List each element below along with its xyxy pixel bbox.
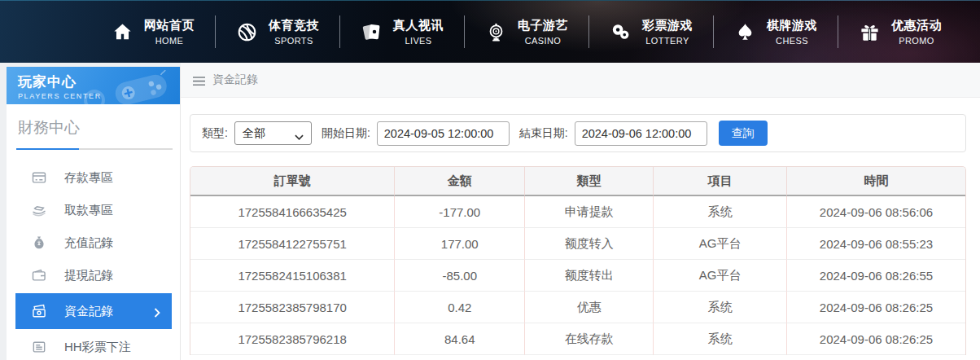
- cell-amount: -177.00: [395, 196, 525, 228]
- nav-title: 彩票游戏: [642, 18, 693, 33]
- nav-item-home[interactable]: 网站首页HOME: [91, 18, 215, 46]
- nav-title: 网站首页: [144, 18, 195, 33]
- lottery-balls-icon: [610, 21, 632, 43]
- cell-order-no: 1725584166635425: [190, 196, 395, 228]
- nav-title: 电子游艺: [518, 18, 568, 33]
- type-select-value: 全部: [243, 126, 265, 141]
- table-row: 1725584166635425 -177.00 申请提款 系统 2024-09…: [190, 196, 965, 228]
- cell-item: 系统: [654, 196, 787, 228]
- cell-item: 系统: [654, 292, 787, 323]
- cell-item: AG平台: [654, 228, 787, 260]
- end-date-input[interactable]: [575, 121, 707, 146]
- cell-type: 额度转出: [525, 260, 654, 292]
- cell-order-no: 1725582415106381: [190, 260, 395, 292]
- nav-subtitle: PROMO: [899, 36, 934, 46]
- cell-time: 2024-09-06 08:26:55: [787, 260, 965, 292]
- nav-item-lives[interactable]: 真人视讯LIVES: [340, 18, 464, 46]
- col-header-type: 類型: [525, 167, 654, 196]
- cell-amount: 84.64: [395, 323, 525, 355]
- cell-item: 系统: [654, 323, 787, 355]
- nav-item-promo[interactable]: 优惠活动PROMO: [838, 18, 962, 46]
- wallet-icon: [31, 267, 47, 283]
- sidebar-item-label: 充值記錄: [64, 235, 113, 251]
- banknotes-icon: [31, 303, 47, 319]
- ticket-list-icon: [31, 339, 47, 355]
- sidebar-item-label: 資金記錄: [64, 304, 113, 319]
- sidebar-item-label: HH彩票下注: [64, 340, 131, 355]
- cell-order-no: 1725584122755751: [190, 228, 395, 260]
- search-button[interactable]: 查詢: [719, 121, 768, 146]
- filter-panel: 類型: 全部 開始日期: 結束日期: 查詢: [190, 114, 966, 152]
- table-row: 1725582385798170 0.42 优惠 系统 2024-09-06 0…: [190, 292, 965, 323]
- gift-icon: [859, 21, 881, 43]
- funds-table: 訂單號 金額 類型 項目 時間 1725584166635425 -177.00…: [190, 166, 966, 355]
- type-label: 類型:: [202, 126, 228, 141]
- playing-cards-icon: [361, 21, 383, 43]
- nav-item-casino[interactable]: 电子游艺CASINO: [465, 18, 588, 46]
- cell-order-no: 1725582385796218: [190, 323, 395, 355]
- cell-amount: 0.42: [395, 292, 525, 323]
- withdraw-hand-icon: [31, 202, 47, 218]
- nav-item-chess[interactable]: 棋牌游戏CHESS: [714, 18, 838, 46]
- sidebar-item-label: 提現記錄: [64, 268, 113, 283]
- table-header-row: 訂單號 金額 類型 項目 時間: [190, 167, 965, 196]
- top-navigation: 网站首页HOME 体育竞技SPORTS 真人视讯LIVES: [0, 0, 980, 63]
- roulette-icon: [485, 21, 507, 43]
- cell-time: 2024-09-06 08:55:23: [787, 228, 965, 260]
- table-row: 1725582415106381 -85.00 额度转出 AG平台 2024-0…: [190, 260, 965, 292]
- nav-subtitle: LOTTERY: [645, 36, 689, 46]
- nav-subtitle: CASINO: [525, 36, 562, 46]
- sidebar: 玩家中心 PLAYERS CENTER: [0, 63, 181, 360]
- nav-subtitle: LIVES: [405, 36, 431, 46]
- sidebar-item-withdraw-zone[interactable]: 取款專區: [7, 194, 180, 226]
- nav-subtitle: HOME: [155, 36, 184, 46]
- nav-item-sports[interactable]: 体育竞技SPORTS: [216, 18, 339, 46]
- nav-title: 棋牌游戏: [767, 18, 817, 33]
- sidebar-item-hh-lottery-bets[interactable]: HH彩票下注: [7, 331, 180, 360]
- cell-type: 申请提款: [525, 196, 654, 228]
- nav-subtitle: CHESS: [776, 36, 808, 46]
- col-header-amount: 金額: [395, 167, 525, 196]
- cell-item: AG平台: [654, 260, 787, 292]
- col-header-order-no: 訂單號: [190, 167, 395, 196]
- chevron-down-icon: [295, 130, 304, 137]
- start-date-label: 開始日期:: [322, 126, 370, 141]
- cell-time: 2024-09-06 08:56:06: [787, 196, 965, 228]
- cell-amount: -85.00: [395, 260, 525, 292]
- spade-icon: [734, 21, 756, 43]
- deposit-icon: [31, 169, 47, 186]
- menu-toggle-icon[interactable]: [193, 75, 205, 85]
- nav-title: 真人视讯: [393, 18, 444, 33]
- home-icon: [112, 21, 133, 43]
- finance-center-title: 財務中心: [16, 117, 173, 148]
- nav-subtitle: SPORTS: [274, 36, 313, 46]
- cell-type: 额度转入: [525, 228, 654, 260]
- col-header-time: 時間: [787, 167, 965, 196]
- cell-amount: 177.00: [395, 228, 525, 260]
- cell-type: 优惠: [525, 292, 654, 323]
- nav-title: 体育竞技: [269, 18, 319, 33]
- breadcrumb: 資金記錄: [181, 63, 980, 98]
- nav-item-lottery[interactable]: 彩票游戏LOTTERY: [589, 18, 713, 46]
- cell-time: 2024-09-06 08:26:25: [787, 292, 965, 323]
- sidebar-item-label: 存款專區: [64, 170, 113, 186]
- table-row: 1725584122755751 177.00 额度转入 AG平台 2024-0…: [190, 228, 965, 260]
- type-select[interactable]: 全部: [234, 121, 312, 145]
- sports-ball-icon: [236, 21, 258, 43]
- end-date-label: 結束日期:: [519, 126, 568, 141]
- funds-table-body: 1725584166635425 -177.00 申请提款 系统 2024-09…: [190, 196, 965, 355]
- table-row: 1725582385796218 84.64 在线存款 系统 2024-09-0…: [190, 323, 965, 355]
- sidebar-menu: 存款專區 取款專區 充值記錄: [7, 161, 180, 360]
- sidebar-item-withdrawal-record[interactable]: 提現記錄: [7, 259, 180, 292]
- sidebar-item-funds-record[interactable]: 資金記錄: [15, 293, 172, 329]
- cell-order-no: 1725582385798170: [190, 292, 395, 323]
- sidebar-item-recharge-record[interactable]: 充值記錄: [7, 226, 180, 259]
- col-header-item: 項目: [654, 167, 787, 196]
- money-bag-icon: [31, 235, 47, 251]
- cell-time: 2024-09-06 08:26:25: [787, 323, 965, 355]
- page-title: 資金記錄: [212, 72, 258, 87]
- players-center-header: 玩家中心 PLAYERS CENTER: [7, 67, 180, 104]
- start-date-input[interactable]: [377, 121, 510, 146]
- section-underline: [16, 148, 173, 150]
- sidebar-item-deposit-zone[interactable]: 存款專區: [7, 161, 180, 194]
